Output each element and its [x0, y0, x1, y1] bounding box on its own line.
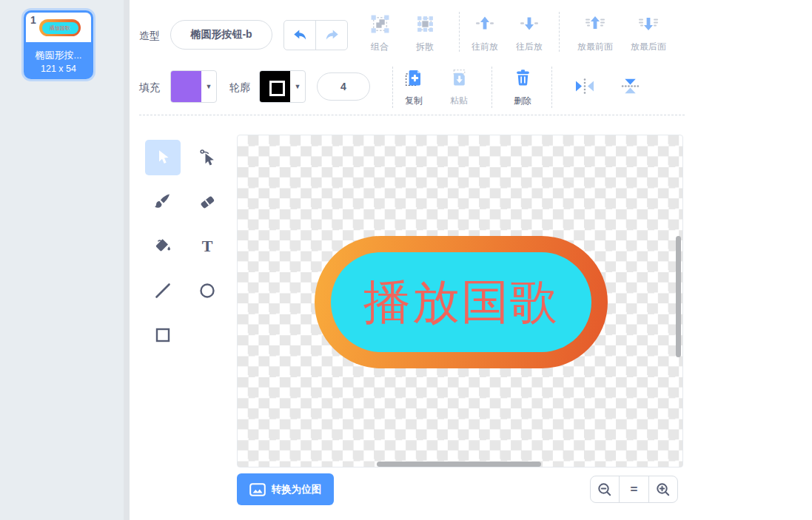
costume-thumbnail-area: 1 播放国歌 — [26, 13, 91, 42]
paint-bucket-icon — [153, 237, 172, 256]
costume-name-input[interactable] — [170, 20, 272, 50]
chevron-down-icon: ▼ — [201, 83, 216, 90]
arrow-up-stack-icon — [584, 14, 606, 33]
fill-color-chip — [171, 71, 201, 102]
brush-icon — [153, 192, 172, 212]
costume-list-panel: 1 播放国歌 椭圆形按... 121 x 54 — [0, 0, 124, 520]
text-tool-icon: T — [198, 237, 217, 256]
tool-circle[interactable] — [189, 273, 225, 308]
flip-vertical-button[interactable] — [617, 75, 643, 97]
redo-icon — [323, 27, 341, 44]
paste-button[interactable]: 粘贴 — [438, 68, 480, 108]
paste-icon — [449, 68, 469, 88]
circle-tool-icon — [198, 281, 217, 300]
costume-size-label: 121 x 54 — [24, 64, 93, 74]
artwork-button-shape[interactable]: 播放国歌 — [315, 236, 608, 368]
reshape-icon — [198, 148, 217, 167]
costume-thumbnail-fill: 播放国歌 — [42, 22, 78, 34]
chevron-down-icon: ▼ — [290, 83, 305, 90]
eraser-icon — [198, 192, 217, 212]
costume-thumbnail-text: 播放国歌 — [50, 24, 70, 32]
zoom-out-icon — [596, 481, 614, 499]
artwork-text: 播放国歌 — [363, 270, 559, 334]
paint-main: 造型 — [130, 0, 812, 520]
fill-color-picker[interactable]: ▼ — [170, 70, 217, 103]
copy-button[interactable]: 复制 — [393, 68, 434, 108]
zoom-in-icon — [654, 481, 672, 499]
drawing-canvas[interactable]: 播放国歌 — [237, 135, 683, 467]
toolbar-divider — [459, 12, 460, 52]
send-to-back-button[interactable]: 放最后面 — [624, 14, 673, 54]
toolbar-separator — [139, 115, 685, 115]
convert-to-bitmap-button[interactable]: 转换为位图 — [237, 473, 334, 505]
move-forward-label: 往前放 — [472, 41, 498, 53]
toolbar-divider — [551, 67, 552, 108]
costume-name-label: 椭圆形按... — [24, 49, 93, 62]
paint-editor: 1 播放国歌 椭圆形按... 121 x 54 造型 — [0, 0, 812, 520]
fill-label: 填充 — [139, 81, 160, 95]
toolbar-divider — [559, 12, 560, 52]
move-backward-label: 往后放 — [516, 41, 543, 53]
line-tool-icon — [153, 281, 172, 300]
tool-eraser[interactable] — [189, 184, 225, 220]
delete-button[interactable]: 删除 — [502, 68, 543, 108]
outline-label: 轮廓 — [229, 81, 250, 95]
trash-icon — [513, 68, 533, 88]
zoom-out-button[interactable] — [591, 476, 619, 502]
toolbar-divider — [491, 67, 492, 108]
rectangle-tool-icon — [153, 325, 172, 345]
tool-brush[interactable] — [145, 184, 181, 220]
arrow-down-stack-icon — [637, 14, 660, 33]
ungroup-icon — [415, 14, 435, 34]
svg-text:T: T — [202, 237, 213, 255]
move-forward-button[interactable]: 往前放 — [464, 14, 506, 54]
group-button[interactable]: 组合 — [359, 14, 400, 54]
zoom-reset-label: = — [631, 482, 638, 497]
bring-to-front-label: 放最前面 — [577, 41, 613, 53]
copy-icon — [404, 68, 424, 88]
costume-card[interactable]: 1 播放国歌 椭圆形按... 121 x 54 — [24, 10, 93, 79]
group-icon — [370, 14, 390, 34]
flip-horizontal-button[interactable] — [571, 75, 598, 97]
arrow-down-icon — [519, 14, 540, 33]
undo-button[interactable] — [284, 21, 315, 50]
stroke-width-input[interactable] — [317, 72, 370, 101]
canvas-vertical-scrollbar[interactable] — [676, 236, 681, 357]
paste-label: 粘贴 — [450, 95, 468, 107]
outline-color-picker[interactable]: ▼ — [259, 70, 306, 103]
costume-thumbnail: 播放国歌 — [39, 19, 81, 36]
send-to-back-label: 放最后面 — [631, 41, 666, 53]
tool-text[interactable]: T — [189, 229, 225, 264]
zoom-controls: = — [590, 476, 678, 503]
select-cursor-icon — [153, 148, 172, 167]
move-backward-button[interactable]: 往后放 — [509, 14, 550, 54]
tool-select[interactable] — [145, 140, 181, 175]
artwork-button-fill: 播放国歌 — [331, 252, 591, 352]
tool-reshape[interactable] — [189, 140, 225, 175]
delete-label: 删除 — [514, 95, 531, 107]
panel-divider — [124, 0, 130, 520]
undo-redo-group — [283, 20, 348, 50]
outline-color-chip — [260, 71, 290, 102]
costume-field-label: 造型 — [139, 30, 160, 43]
zoom-reset-button[interactable]: = — [619, 476, 648, 502]
tool-rectangle[interactable] — [145, 317, 181, 353]
ungroup-button[interactable]: 拆散 — [404, 14, 446, 54]
canvas-horizontal-scrollbar[interactable] — [377, 462, 541, 467]
tool-fill[interactable] — [145, 229, 181, 264]
flip-vertical-icon — [619, 75, 642, 97]
tool-palette: T — [145, 140, 225, 353]
convert-to-bitmap-label: 转换为位图 — [272, 483, 322, 496]
redo-button[interactable] — [315, 21, 347, 50]
tool-line[interactable] — [145, 273, 181, 308]
group-label: 组合 — [371, 41, 389, 53]
costume-index: 1 — [30, 14, 36, 26]
copy-label: 复制 — [405, 95, 423, 107]
zoom-in-button[interactable] — [648, 476, 677, 502]
undo-icon — [291, 27, 309, 44]
flip-horizontal-icon — [573, 76, 597, 96]
bring-to-front-button[interactable]: 放最前面 — [571, 14, 620, 54]
image-icon — [249, 483, 266, 496]
arrow-up-icon — [474, 14, 495, 33]
ungroup-label: 拆散 — [416, 41, 434, 53]
